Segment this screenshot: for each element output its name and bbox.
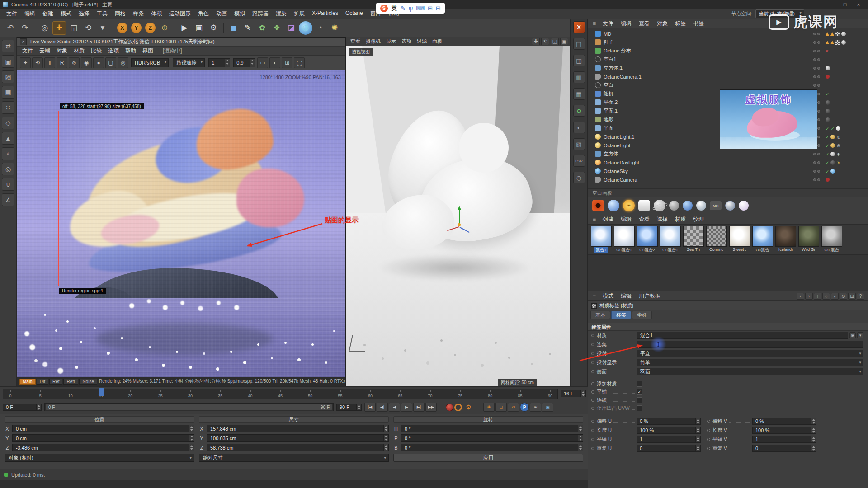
attribute-nav-button[interactable]: ⊙ <box>840 293 847 300</box>
object-name[interactable]: OctaneLight <box>604 143 630 148</box>
object-manager-menu-item[interactable]: 文件 <box>599 20 617 28</box>
coordinate-field[interactable]: 58.738 cm <box>207 444 389 451</box>
object-name[interactable]: MD <box>604 31 611 37</box>
object-row[interactable]: 空白 <box>588 81 868 89</box>
menu-item[interactable]: 动画 <box>212 10 231 18</box>
material-preview[interactable] <box>660 226 681 247</box>
mode-palette-button[interactable]: ▦ <box>2 86 14 99</box>
material-link-field[interactable]: 混合1 <box>637 332 848 339</box>
anim-knob[interactable] <box>591 429 594 432</box>
ime-tool-icon[interactable]: ✎ <box>401 5 406 12</box>
menu-item[interactable]: 角色 <box>194 10 212 18</box>
strip-button[interactable]: ▥ <box>573 71 585 83</box>
uv-value-field[interactable]: 0 <box>637 445 701 452</box>
preview-range-slider[interactable]: 0 F 90 F <box>44 403 334 411</box>
shader-ball-icon[interactable] <box>683 201 693 211</box>
material-board-tab[interactable]: 空白画板 <box>588 188 868 197</box>
object-row[interactable]: OctaneDayLight <box>588 158 868 167</box>
ime-tool-icon[interactable]: ⊞ <box>428 5 433 12</box>
material-thumbnail[interactable]: Sea Th <box>683 226 704 253</box>
strip-button[interactable]: ▦ <box>573 88 585 100</box>
anim-knob[interactable] <box>707 438 710 441</box>
live-viewer-tool-button[interactable]: ⊞ <box>282 57 292 68</box>
mode-palette-button[interactable]: ◎ <box>2 163 14 175</box>
material-preview[interactable] <box>591 226 612 247</box>
panel-menu-icon[interactable]: ≡ <box>590 216 599 222</box>
live-viewer-menu-item[interactable]: 云端 <box>36 47 53 55</box>
object-badges[interactable] <box>823 134 864 140</box>
strip-button[interactable]: ◐ <box>573 122 585 133</box>
object-name[interactable]: OctaneDayLight <box>604 160 639 165</box>
toolbar-button[interactable]: ◍ <box>299 21 312 35</box>
material-preview[interactable] <box>752 226 773 247</box>
material-ball-chip[interactable]: ◉ <box>849 332 856 338</box>
keyframe-toggle[interactable]: P <box>520 403 529 412</box>
coordinate-field[interactable]: 0 cm <box>12 434 194 442</box>
timeline-tick[interactable]: 30 <box>188 394 193 398</box>
material-name[interactable]: Oc混合1 <box>661 247 679 253</box>
object-badges[interactable] <box>823 117 864 122</box>
timeline-tick[interactable]: 25 <box>158 394 163 398</box>
samples-field-a[interactable]: 1 <box>208 58 230 67</box>
live-viewer-menu-item[interactable]: 比较 <box>88 47 105 55</box>
anim-knob[interactable] <box>591 370 594 373</box>
strip-button[interactable]: ▤ <box>573 38 585 50</box>
toolbar-button[interactable]: ⟲ <box>81 21 95 35</box>
material-preview[interactable] <box>683 226 704 247</box>
anim-knob[interactable] <box>591 399 594 402</box>
strip-button[interactable]: ♻ <box>573 105 585 117</box>
menu-item[interactable]: 体积 <box>147 10 165 18</box>
samples-field-b[interactable]: 0.9 <box>233 58 255 67</box>
material-name[interactable]: Oc混合2 <box>638 247 656 253</box>
position-mode-dropdown[interactable]: 对象 (相对) <box>5 454 194 462</box>
toolbar-button[interactable]: Z <box>145 23 156 33</box>
material-thumbnail[interactable]: Wild Gr <box>798 226 819 253</box>
object-row[interactable]: OctaneCamera <box>588 175 868 184</box>
live-viewer-close-button[interactable]: × <box>20 38 27 45</box>
toolbar-button[interactable]: ✎ <box>241 21 255 35</box>
mode-palette-button[interactable]: ⇄ <box>2 40 14 52</box>
material-preview[interactable] <box>729 226 750 247</box>
menu-item[interactable]: Octane <box>342 10 367 18</box>
toolbar-button[interactable]: ✚ <box>52 21 66 35</box>
transport-button[interactable]: ▶| <box>413 403 425 412</box>
timeline-tick[interactable]: 70 <box>428 394 433 398</box>
material-name[interactable]: Sea Th <box>685 247 701 252</box>
material-name[interactable]: Commc <box>708 247 725 252</box>
material-preview[interactable] <box>775 226 796 247</box>
strip-button[interactable]: ◷ <box>573 172 585 183</box>
axis-gizmo[interactable] <box>459 225 460 225</box>
keyframe-toggle[interactable]: ⊞ <box>530 403 541 412</box>
toolbar-button[interactable]: ⊕ <box>158 21 171 35</box>
shader-ball-icon[interactable] <box>592 200 604 211</box>
visibility-dots[interactable] <box>813 33 820 35</box>
object-badges[interactable] <box>823 100 864 105</box>
live-viewer-menu-item[interactable]: 文件 <box>19 47 36 55</box>
strip-button[interactable]: PSR <box>573 155 585 167</box>
strip-button[interactable]: X <box>573 21 585 33</box>
object-badges[interactable] <box>823 109 864 113</box>
viewport-menu-item[interactable]: 面板 <box>429 38 445 45</box>
strip-button[interactable]: ▧ <box>573 138 585 150</box>
object-name[interactable]: 立方体.1 <box>604 65 623 71</box>
toolbar-button[interactable]: ◔ <box>313 21 327 35</box>
timeline-tick[interactable]: 20 <box>127 394 133 398</box>
keyframe-toggle[interactable]: ◻ <box>495 403 507 412</box>
record-button[interactable]: ⚙ <box>463 403 474 412</box>
object-badges[interactable] <box>823 143 864 148</box>
selection-input[interactable] <box>637 341 863 348</box>
menu-item[interactable]: 模式 <box>57 10 75 18</box>
object-name[interactable]: 随机 <box>604 90 613 97</box>
toolbar-button[interactable]: ↶ <box>4 21 17 35</box>
toolbar-button[interactable]: ▾ <box>96 21 109 35</box>
object-name[interactable]: 空白 <box>604 82 613 89</box>
anim-knob[interactable] <box>591 420 594 423</box>
toolbar-button[interactable]: ▣ <box>192 21 206 35</box>
timeline-tick[interactable]: 5 <box>38 394 43 398</box>
panel-menu-icon[interactable]: ≡ <box>590 20 599 27</box>
colorspace-dropdown[interactable]: HDR/sRGB <box>131 58 169 67</box>
anim-knob[interactable] <box>591 334 594 337</box>
attribute-nav-button[interactable]: ? <box>857 293 864 300</box>
material-name[interactable]: Sweet : <box>731 247 747 252</box>
menu-item[interactable]: 模拟 <box>231 10 249 18</box>
